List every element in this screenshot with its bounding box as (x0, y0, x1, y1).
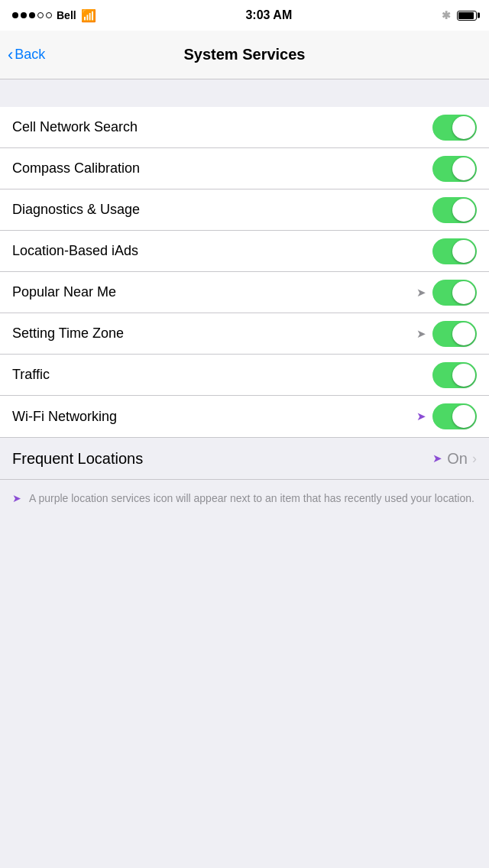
toggle-cell-network-search[interactable] (432, 115, 477, 141)
frequent-location-arrow-icon: ➤ (432, 452, 442, 465)
signal-dot-2 (21, 12, 27, 18)
list-item: Diagnostics & Usage (0, 189, 489, 231)
item-label-location-based-iads: Location-Based iAds (12, 243, 432, 259)
frequent-locations-item[interactable]: Frequent Locations ➤ On › (0, 437, 489, 480)
location-arrow-icon: ➤ (416, 327, 426, 341)
toggle-location-based-iads[interactable] (432, 238, 477, 264)
item-controls: ➤ (416, 403, 477, 429)
list-item: Setting Time Zone ➤ (0, 313, 489, 355)
back-button[interactable]: ‹ Back (8, 47, 45, 63)
toggle-knob (452, 157, 475, 180)
item-controls (432, 197, 477, 223)
battery-icon (457, 11, 477, 21)
carrier-label: Bell (57, 9, 76, 21)
chevron-right-icon: › (472, 451, 477, 467)
item-controls (432, 156, 477, 182)
nav-bar: ‹ Back System Services (0, 31, 489, 79)
signal-dot-5 (46, 12, 52, 18)
battery-fill (458, 12, 474, 19)
list-item: Traffic (0, 355, 489, 396)
toggle-knob (452, 405, 475, 428)
item-label-popular-near-me: Popular Near Me (12, 284, 416, 300)
item-controls (432, 115, 477, 141)
toggle-knob (452, 364, 475, 387)
status-right: ✱ (442, 9, 477, 21)
footer-note: ➤ A purple location services icon will a… (0, 480, 489, 517)
toggle-traffic[interactable] (432, 362, 477, 388)
list-item: Location-Based iAds (0, 231, 489, 272)
list-item: Popular Near Me ➤ (0, 272, 489, 313)
back-label: Back (15, 47, 45, 63)
item-label-wifi-networking: Wi-Fi Networking (12, 409, 416, 425)
item-label-cell-network-search: Cell Network Search (12, 119, 432, 135)
item-label-compass-calibration: Compass Calibration (12, 160, 432, 177)
status-time: 3:03 AM (245, 8, 292, 22)
toggle-popular-near-me[interactable] (432, 280, 477, 306)
frequent-locations-label: Frequent Locations (12, 450, 432, 468)
toggle-knob (452, 240, 475, 263)
signal-dot-1 (12, 12, 18, 18)
item-controls: ➤ (416, 280, 477, 306)
toggle-knob (452, 199, 475, 222)
list-item: Compass Calibration (0, 148, 489, 189)
list-item: Cell Network Search (0, 107, 489, 148)
bluetooth-icon: ✱ (442, 9, 451, 21)
signal-dots (12, 12, 52, 18)
list-item: Wi-Fi Networking ➤ (0, 396, 489, 437)
settings-list: Cell Network Search Compass Calibration … (0, 107, 489, 437)
footer-text: A purple location services icon will app… (29, 491, 474, 507)
toggle-compass-calibration[interactable] (432, 156, 477, 182)
wifi-icon: 📶 (81, 8, 96, 23)
location-arrow-icon: ➤ (416, 286, 426, 300)
section-gap (0, 79, 489, 107)
frequent-locations-right: ➤ On › (432, 450, 477, 468)
location-arrow-purple-icon: ➤ (416, 410, 426, 423)
frequent-locations-value: On (447, 450, 468, 468)
toggle-knob (452, 281, 475, 304)
toggle-setting-time-zone[interactable] (432, 321, 477, 347)
toggle-knob (452, 116, 475, 139)
item-label-diagnostics-usage: Diagnostics & Usage (12, 202, 432, 218)
item-controls (432, 238, 477, 264)
item-label-traffic: Traffic (12, 367, 432, 383)
item-label-setting-time-zone: Setting Time Zone (12, 326, 416, 342)
frequent-locations-section: Frequent Locations ➤ On › (0, 437, 489, 480)
signal-dot-3 (29, 12, 35, 18)
signal-dot-4 (37, 12, 44, 18)
page-title: System Services (183, 46, 305, 63)
toggle-wifi-networking[interactable] (432, 403, 477, 429)
toggle-diagnostics-usage[interactable] (432, 197, 477, 223)
toggle-knob (452, 322, 475, 345)
item-controls: ➤ (416, 321, 477, 347)
status-left: Bell 📶 (12, 8, 96, 23)
status-bar: Bell 📶 3:03 AM ✱ (0, 0, 489, 31)
footer-location-icon: ➤ (12, 492, 21, 504)
back-chevron-icon: ‹ (8, 47, 13, 63)
item-controls (432, 362, 477, 388)
